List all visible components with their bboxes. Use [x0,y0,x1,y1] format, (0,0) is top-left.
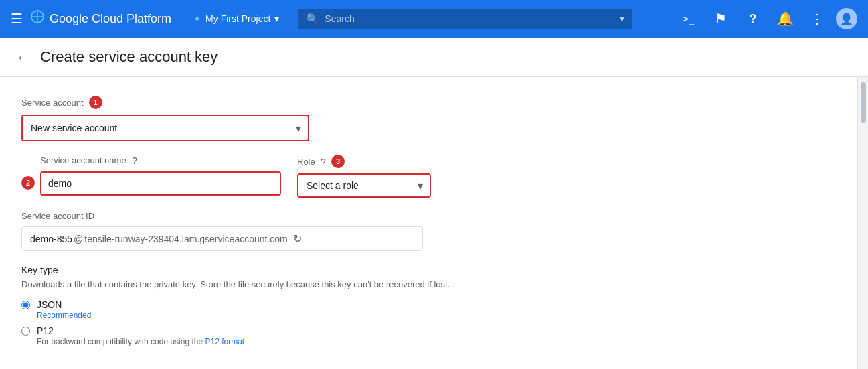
step-badge-3: 3 [331,155,345,168]
step-badge-1: 1 [89,96,102,109]
help-button[interactable]: ? [740,5,766,32]
more-icon: ⋮ [810,11,824,27]
page-wrapper: Service account 1 New service account Ex… [0,77,868,369]
service-account-id-field: demo-855 @ tensile-runway-239404.iam.gse… [21,226,423,251]
alert-icon: ⚑ [715,11,727,27]
p12-radio-item: P12 For backward compatibility with code… [21,325,514,346]
key-type-desc-link: this key can't be recovered if lost. [322,279,450,289]
json-label: JSON [37,299,91,310]
project-name: My First Project [205,13,270,24]
hamburger-icon: ☰ [11,11,23,27]
json-label-group: JSON Recommended [37,299,91,320]
service-account-name-label: Service account name [40,155,126,165]
service-account-section: Service account 1 New service account Ex… [21,96,514,141]
search-input[interactable] [325,13,614,24]
id-label-row: Service account ID [21,211,514,221]
service-account-select-wrapper[interactable]: New service account Existing service acc… [21,115,309,141]
p12-sublabel: For backward compatibility with code usi… [37,337,244,346]
main-content: Service account 1 New service account Ex… [0,77,535,365]
search-bar[interactable]: 🔍 ▾ [298,9,632,29]
name-help-icon[interactable]: ? [132,155,137,166]
page-header: ← Create service account key [0,38,868,77]
hamburger-button[interactable]: ☰ [11,11,23,27]
key-type-label: Key type [21,265,514,275]
json-radio-item: JSON Recommended [21,299,514,320]
project-selector[interactable]: ✦ My First Project ▾ [193,13,279,25]
service-account-id-domain: tensile-runway-239404.iam.gserviceaccoun… [84,234,287,244]
project-dropdown-icon: ▾ [274,13,279,24]
json-radio[interactable] [21,301,30,309]
role-label-row: Role ? 3 [297,155,431,168]
service-account-id-left: demo-855 [30,234,72,244]
search-chevron-icon: ▾ [620,13,624,24]
p12-label-group: P12 For backward compatibility with code… [37,325,244,346]
json-sublabel: Recommended [37,311,91,320]
notifications-button[interactable]: ⚑ [707,5,734,32]
content-area: Service account 1 New service account Ex… [0,77,857,369]
back-icon: ← [16,50,29,65]
role-section: Role ? 3 Select a role ▾ [297,155,431,198]
service-account-id-at: @ [74,234,83,244]
service-account-id-section: Service account ID demo-855 @ tensile-ru… [21,211,514,251]
p12-sublabel-link: P12 format [205,337,244,346]
bell-icon: 🔔 [777,11,794,27]
sub-row-inner: Service account name ? Role ? 3 [40,155,431,198]
nav-icons: >_ ⚑ ? 🔔 ⋮ 👤 [675,5,857,32]
step-badge-2: 2 [21,176,35,190]
service-account-select[interactable]: New service account Existing service acc… [23,116,308,140]
role-label: Role [297,157,315,167]
logo-area: Google Cloud Platform [31,10,171,27]
project-icon: ✦ [193,13,201,25]
key-type-description: Downloads a file that contains the priva… [21,278,514,291]
cloud-shell-button[interactable]: >_ [675,5,702,32]
top-nav: ☰ Google Cloud Platform ✦ My First Proje… [0,0,868,38]
key-type-radio-group: JSON Recommended P12 For backward compat… [21,299,514,346]
name-role-row: 2 Service account name ? [21,155,514,198]
p12-sublabel-pre: For backward compatibility with code usi… [37,337,205,346]
cloud-shell-icon: >_ [683,13,695,24]
key-type-desc-normal: Downloads a file that contains the priva… [21,279,322,289]
service-account-id-label: Service account ID [21,211,94,221]
bell-button[interactable]: 🔔 [772,5,798,32]
service-account-label-row: Service account 1 [21,96,514,109]
role-select-wrapper[interactable]: Select a role ▾ [297,173,431,198]
name-label-row: Service account name ? [40,155,281,166]
name-field-section: Service account name ? [40,155,281,196]
help-icon: ? [750,12,757,26]
service-account-name-input-wrapper[interactable] [40,171,281,196]
role-select[interactable]: Select a role [298,175,430,196]
service-account-label: Service account [21,98,84,108]
avatar-icon: 👤 [840,13,853,25]
scroll-thumb[interactable] [861,82,866,123]
p12-radio[interactable] [21,327,30,336]
refresh-icon[interactable]: ↻ [293,232,302,245]
avatar[interactable]: 👤 [836,8,857,29]
logo-text: Google Cloud Platform [50,12,171,26]
p12-label: P12 [37,325,244,336]
key-type-section: Key type Downloads a file that contains … [21,265,514,346]
search-icon: 🔍 [306,13,319,25]
role-help-icon[interactable]: ? [321,156,326,167]
more-menu-button[interactable]: ⋮ [804,5,831,32]
service-account-name-input[interactable] [41,173,280,194]
back-button[interactable]: ← [16,50,29,65]
page-title: Create service account key [40,48,218,66]
logo-icon [31,10,44,27]
step-badge-2-outer: 2 [21,176,35,190]
scrollbar[interactable] [857,77,868,369]
